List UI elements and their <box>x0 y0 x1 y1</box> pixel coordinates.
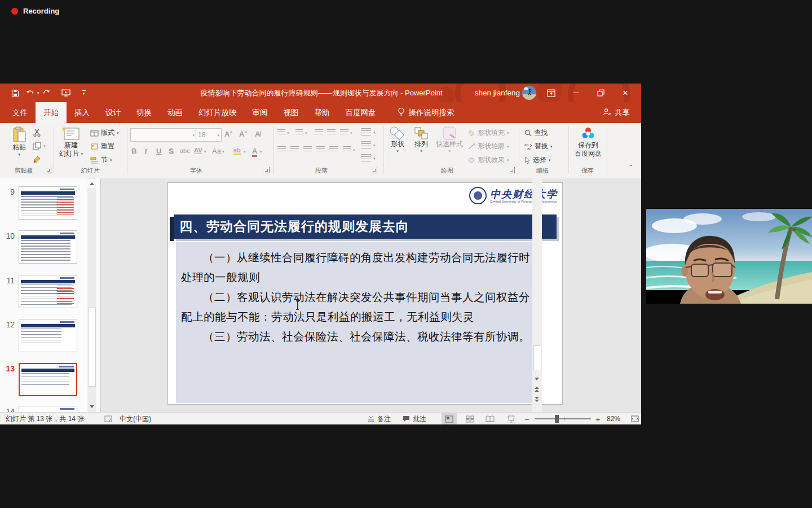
copy-icon[interactable]: ▾ <box>33 142 46 150</box>
zoom-in-button[interactable]: + <box>595 413 601 424</box>
save-to-baidu-button[interactable]: 保存到 百度网盘 <box>572 126 604 158</box>
undo-icon[interactable] <box>23 86 37 100</box>
editor-scroll-down-icon[interactable] <box>532 375 541 383</box>
thumb-scroll-up-icon[interactable] <box>87 179 96 188</box>
normal-view-button[interactable] <box>442 413 457 424</box>
bold-button[interactable]: B <box>131 147 136 155</box>
tab-home[interactable]: 开始 <box>36 102 67 123</box>
minimize-button[interactable] <box>564 84 587 102</box>
thumb-scroll-down-icon[interactable] <box>87 402 96 411</box>
text-direction-caret[interactable]: ▾ <box>373 130 376 135</box>
bullets-caret[interactable]: ▾ <box>287 131 289 135</box>
select-button[interactable]: 选择▾ <box>524 155 551 165</box>
layout-button[interactable]: 版式▾ <box>90 128 119 138</box>
tab-transitions[interactable]: 切换 <box>129 102 160 123</box>
editor-scroll-thumb[interactable] <box>533 345 541 370</box>
shape-fill-button[interactable]: 形状填充▾ <box>468 128 509 138</box>
thumbnail-slide-14[interactable] <box>19 406 77 412</box>
section-button[interactable]: 节▾ <box>90 155 112 165</box>
clear-formatting-icon[interactable]: A̸ <box>255 130 260 138</box>
slide-body-textbox[interactable]: （一）从继续性合同履行障碍的角度出发构建劳动合同无法履行时处理的一般规则 （二）… <box>176 242 539 403</box>
thumb-scroll-thumb[interactable] <box>88 308 96 387</box>
italic-button[interactable]: I <box>144 147 147 156</box>
align-text-caret[interactable]: ▾ <box>373 143 376 148</box>
display-settings-icon[interactable] <box>104 413 112 424</box>
tell-me-search[interactable]: 操作说明搜索 <box>398 102 454 123</box>
reading-view-button[interactable] <box>482 413 497 424</box>
slide-title-banner[interactable]: 四、劳动合同无法履行的规则发展去向 <box>174 214 557 239</box>
align-center-icon[interactable] <box>290 146 299 153</box>
arrange-button[interactable]: 排列 ▾ <box>411 126 432 153</box>
font-color-caret[interactable]: ▾ <box>260 150 262 154</box>
align-text-icon[interactable] <box>361 141 371 150</box>
fit-slide-to-window-button[interactable] <box>627 413 641 424</box>
zoom-out-button[interactable]: − <box>524 413 529 424</box>
text-shadow-button[interactable]: S <box>169 147 174 155</box>
highlight-color-caret[interactable]: ▾ <box>244 150 246 154</box>
save-icon[interactable] <box>8 86 23 100</box>
ribbon-display-options-icon[interactable] <box>540 84 562 102</box>
distribute-icon[interactable] <box>329 146 338 153</box>
slide-counter[interactable]: 幻灯片 第 13 张，共 14 张 <box>6 413 84 424</box>
text-direction-icon[interactable] <box>361 128 371 137</box>
language-status[interactable]: 中文(中国) <box>120 413 151 424</box>
font-name-combo[interactable]: ▾ <box>130 128 197 142</box>
strikethrough-button[interactable]: abc <box>180 147 190 154</box>
decrease-indent-icon[interactable] <box>315 129 323 136</box>
tab-view[interactable]: 视图 <box>276 102 307 123</box>
close-button[interactable]: × <box>614 84 637 102</box>
shape-effects-button[interactable]: 形状效果▾ <box>468 155 509 165</box>
thumbnail-slide-12[interactable] <box>19 319 77 352</box>
paragraph-dialog-launcher[interactable] <box>371 167 377 173</box>
tab-animations[interactable]: 动画 <box>160 102 191 123</box>
increase-font-size-icon[interactable]: A˄ <box>224 130 232 138</box>
slideshow-view-button[interactable] <box>504 413 519 424</box>
numbering-caret[interactable]: ▾ <box>305 131 307 135</box>
character-spacing-button[interactable]: AV <box>194 147 202 154</box>
change-case-caret[interactable]: ▾ <box>222 150 224 154</box>
align-left-icon[interactable] <box>277 146 286 153</box>
replace-button[interactable]: abac 替换▾ <box>524 142 553 151</box>
shapes-button[interactable]: 形状 ▾ <box>387 126 408 153</box>
bullets-icon[interactable] <box>277 129 285 136</box>
change-case-button[interactable]: Aa <box>212 147 221 155</box>
copy-dropdown-caret[interactable]: ▾ <box>43 144 46 148</box>
thumbnail-slide-13-selected[interactable] <box>19 363 77 396</box>
character-spacing-caret[interactable]: ▾ <box>204 150 206 154</box>
zoom-percentage[interactable]: 82% <box>607 413 620 424</box>
columns-icon[interactable] <box>343 146 351 153</box>
tab-file[interactable]: 文件 <box>5 102 36 123</box>
format-painter-icon[interactable] <box>33 155 41 164</box>
cut-icon[interactable] <box>33 129 42 137</box>
start-slideshow-icon[interactable] <box>59 86 73 100</box>
thumbnail-slide-9[interactable] <box>19 186 77 220</box>
justify-icon[interactable] <box>316 146 325 153</box>
slide-canvas[interactable]: 中央财经大学 Central University of Finance and… <box>167 182 563 405</box>
account-name[interactable]: shen jianfeng <box>475 84 520 102</box>
align-right-icon[interactable] <box>303 146 312 153</box>
highlight-color-button[interactable]: ab <box>233 147 241 155</box>
thumbnail-slide-11[interactable] <box>19 275 77 308</box>
thumbnail-scrollbar[interactable] <box>87 178 96 412</box>
underline-button[interactable]: U <box>156 147 161 155</box>
previous-slide-button[interactable] <box>532 385 541 393</box>
tab-help[interactable]: 帮助 <box>307 102 338 123</box>
increase-indent-icon[interactable] <box>327 129 336 136</box>
account-avatar[interactable] <box>522 86 536 100</box>
tab-review[interactable]: 审阅 <box>245 102 276 123</box>
convert-smartart-icon[interactable] <box>361 154 371 163</box>
notes-button[interactable]: 备注 <box>368 413 391 424</box>
slide-sorter-view-button[interactable] <box>462 413 478 424</box>
font-color-button[interactable]: A <box>252 147 257 157</box>
paste-button[interactable]: 粘贴 ▾ <box>7 126 32 156</box>
tab-design[interactable]: 设计 <box>98 102 129 123</box>
font-dialog-launcher[interactable] <box>263 167 270 173</box>
reset-button[interactable]: 重置 <box>90 142 114 151</box>
redo-icon[interactable] <box>39 86 54 100</box>
customize-quick-access-icon[interactable]: ▾ <box>77 86 91 100</box>
shape-outline-button[interactable]: 形状轮廓▾ <box>468 142 509 151</box>
tab-slideshow[interactable]: 幻灯片放映 <box>191 102 245 123</box>
tab-insert[interactable]: 插入 <box>67 102 98 123</box>
zoom-slider-track[interactable] <box>535 418 591 419</box>
new-slide-button[interactable]: 新建 幻灯片▾ <box>56 126 86 158</box>
